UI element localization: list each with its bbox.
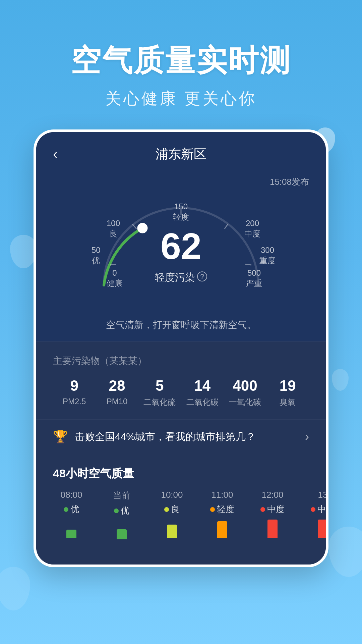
scale-300: 300 重度	[259, 245, 276, 266]
pollutant-item: 400 一氧化碳	[224, 377, 266, 408]
hero-title: 空气质量实时测	[20, 40, 342, 81]
pollutant-name: PM2.5	[53, 397, 96, 406]
svg-point-0	[138, 223, 147, 233]
pollutant-name: 二氧化碳	[181, 397, 224, 408]
hours-title: 48小时空气质量	[36, 466, 326, 490]
decorative-drop-4	[328, 527, 362, 577]
aqi-label: 轻度污染	[155, 271, 195, 284]
pollutant-name: 臭氧	[266, 397, 309, 408]
svg-line-5	[245, 264, 251, 265]
hour-bar-container	[103, 519, 140, 539]
hour-bar	[217, 521, 227, 538]
pollutants-card: 主要污染物（某某某） 9 PM2.5 28 PM10 5 二氧化硫 14 二氧化…	[36, 341, 326, 419]
hour-item: 13 中度	[304, 490, 326, 539]
pollutant-item: 19 臭氧	[266, 377, 309, 408]
hour-time: 08:00	[53, 490, 90, 500]
trophy-icon: 🏆	[53, 430, 68, 444]
publish-time: 15:08发布	[53, 176, 309, 188]
pollutant-item: 5 二氧化硫	[138, 377, 181, 408]
back-button[interactable]: ‹	[53, 147, 57, 162]
pollutant-value: 5	[138, 377, 181, 394]
pollutant-item: 9 PM2.5	[53, 377, 96, 408]
hours-scroll[interactable]: 08:00 优 当前 优 10:00 良 11:00 轻度 12:00	[36, 490, 326, 551]
hour-item: 10:00 良	[154, 490, 190, 539]
hour-item: 12:00 中度	[254, 490, 291, 539]
pollutant-item: 28 PM10	[96, 377, 138, 408]
scale-50: 50 优	[92, 245, 101, 266]
hour-bar	[267, 520, 278, 538]
scale-150: 150 轻度	[173, 201, 189, 222]
pollutants-grid: 9 PM2.5 28 PM10 5 二氧化硫 14 二氧化碳 400 一氧化碳 …	[53, 377, 309, 408]
aqi-value: 62	[161, 225, 201, 267]
decorative-drop-5	[0, 567, 30, 610]
hour-time: 13	[304, 490, 326, 500]
gauge-container: 0 健康 50 优 100 良 150 轻度 200 中度	[53, 191, 309, 299]
hour-bar-container	[254, 518, 291, 538]
ranking-banner[interactable]: 🏆 击败全国44%城市，看我的城市排第几？ ›	[36, 419, 326, 454]
aqi-help[interactable]: ?	[197, 271, 207, 281]
pollutant-value: 14	[181, 377, 224, 394]
app-header: ‹ 浦东新区	[36, 132, 326, 169]
gauge-section: 15:08发布 0 健康 50 优 100 良 150 轻度	[36, 169, 326, 312]
location-title: 浦东新区	[156, 146, 206, 163]
hour-time: 当前	[103, 490, 140, 501]
hero-subtitle: 关心健康 更关心你	[20, 88, 342, 109]
hour-quality: 中度	[254, 503, 291, 515]
pollutant-name: 一氧化碳	[224, 397, 266, 408]
hour-bar-container	[154, 518, 190, 538]
hour-time: 12:00	[254, 490, 291, 500]
hour-quality: 良	[154, 503, 190, 515]
scale-0: 0 健康	[107, 268, 123, 288]
ranking-arrow: ›	[305, 430, 309, 444]
phone-mockup: ‹ 浦东新区 15:08发布 0 健康 50 优 100 良	[34, 129, 328, 567]
hour-bar-container	[304, 518, 326, 538]
svg-line-3	[110, 264, 116, 265]
pollutant-value: 400	[224, 377, 266, 394]
scale-100: 100 良	[107, 218, 120, 239]
phone-screen: ‹ 浦东新区 15:08发布 0 健康 50 优 100 良	[36, 132, 326, 565]
decorative-drop-2	[10, 235, 37, 268]
svg-line-4	[225, 224, 228, 229]
hour-quality: 优	[53, 503, 90, 515]
gauge-center: 62 轻度污染 ?	[155, 228, 207, 284]
bottom-spacer	[36, 551, 326, 565]
hour-bar	[167, 525, 177, 538]
pollutant-item: 14 二氧化碳	[181, 377, 224, 408]
pollutant-name: PM10	[96, 397, 138, 406]
pollutants-title: 主要污染物（某某某）	[53, 354, 309, 367]
hour-bar-container	[204, 518, 241, 538]
pollutant-value: 9	[53, 377, 96, 394]
hour-item: 08:00 优	[53, 490, 90, 539]
pollutant-name: 二氧化硫	[138, 397, 181, 408]
scale-500: 500 严重	[246, 268, 262, 288]
hour-quality: 中度	[304, 503, 326, 515]
hour-bar	[117, 529, 127, 539]
hour-time: 10:00	[154, 490, 190, 500]
ranking-text: 击败全国44%城市，看我的城市排第几？	[75, 430, 298, 444]
air-description: 空气清新，打开窗呼吸下清新空气。	[36, 312, 326, 341]
hour-quality: 优	[103, 505, 140, 517]
hour-quality: 轻度	[204, 503, 241, 515]
hour-item: 11:00 轻度	[204, 490, 241, 539]
pollutant-value: 19	[266, 377, 309, 394]
hour-bar	[318, 520, 326, 538]
hour-time: 11:00	[204, 490, 241, 500]
hero-section: 空气质量实时测 关心健康 更关心你	[0, 0, 362, 129]
hour-bar-container	[53, 518, 90, 538]
hour-bar	[66, 530, 76, 538]
scale-200: 200 中度	[244, 218, 260, 239]
decorative-drop-3	[332, 369, 349, 391]
hour-item: 当前 优	[103, 490, 140, 539]
hours-card: 48小时空气质量 08:00 优 当前 优 10:00 良 11:00 轻度	[36, 454, 326, 551]
pollutant-value: 28	[96, 377, 138, 394]
